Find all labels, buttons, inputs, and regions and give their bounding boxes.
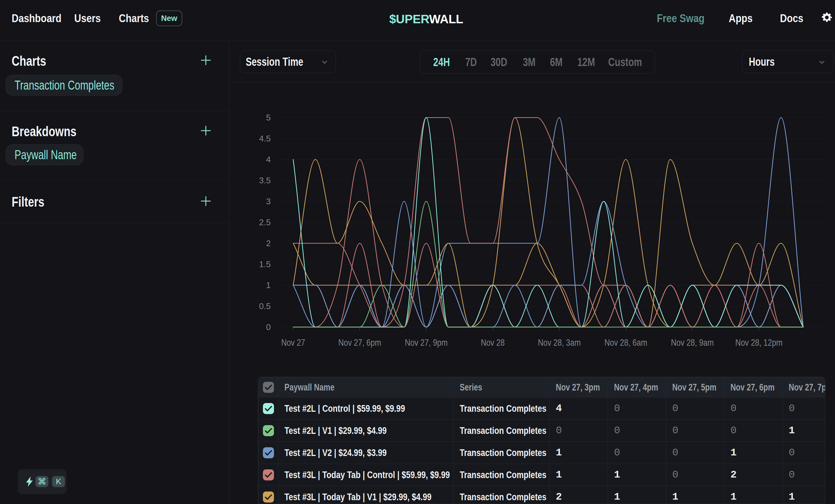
svg-text:3: 3 xyxy=(266,197,271,206)
svg-text:2: 2 xyxy=(266,238,271,248)
svg-text:1: 1 xyxy=(266,280,271,290)
svg-text:0: 0 xyxy=(266,322,271,332)
svg-text:4.5: 4.5 xyxy=(259,134,271,143)
svg-text:1.5: 1.5 xyxy=(259,259,271,269)
svg-text:Nov 27, 6pm: Nov 27, 6pm xyxy=(338,338,381,348)
svg-text:0.5: 0.5 xyxy=(259,301,271,311)
svg-text:5: 5 xyxy=(266,113,271,122)
svg-text:Nov 27: Nov 27 xyxy=(281,338,305,348)
svg-text:Nov 28, 9am: Nov 28, 9am xyxy=(671,338,714,348)
svg-text:Nov 27, 9pm: Nov 27, 9pm xyxy=(405,338,448,348)
svg-text:Nov 28, 3am: Nov 28, 3am xyxy=(538,338,581,348)
svg-text:2.5: 2.5 xyxy=(259,218,271,227)
svg-text:Nov 28: Nov 28 xyxy=(481,338,505,348)
svg-text:Nov 28, 12pm: Nov 28, 12pm xyxy=(735,338,782,348)
svg-text:4: 4 xyxy=(266,155,271,164)
svg-text:3.5: 3.5 xyxy=(259,176,271,185)
svg-text:Nov 28, 6am: Nov 28, 6am xyxy=(605,338,647,348)
